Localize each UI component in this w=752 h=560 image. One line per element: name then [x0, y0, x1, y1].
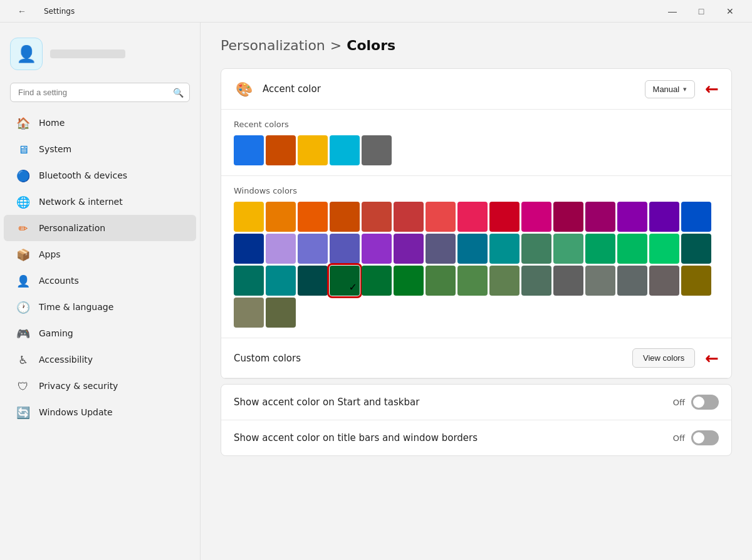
windows-color-swatch-38[interactable]: [489, 266, 520, 296]
sidebar-item-gaming[interactable]: 🎮 Gaming: [4, 320, 196, 346]
windows-color-swatch-21[interactable]: [426, 234, 456, 264]
windows-color-swatch-43[interactable]: [649, 266, 679, 296]
recent-color-swatch-1[interactable]: [266, 135, 296, 165]
windows-color-swatch-25[interactable]: [553, 234, 583, 264]
view-colors-button[interactable]: View colors: [632, 348, 695, 368]
windows-color-swatch-8[interactable]: [489, 202, 520, 232]
sidebar-item-privacy[interactable]: 🛡 Privacy & security: [4, 373, 196, 399]
sidebar-icon-accounts: 👤: [16, 274, 30, 288]
chevron-down-icon: ▾: [683, 85, 687, 93]
windows-color-swatch-44[interactable]: [681, 266, 711, 296]
minimize-button[interactable]: —: [658, 0, 687, 23]
recent-colors-label: Recent colors: [234, 120, 719, 129]
sidebar-label-home: Home: [39, 118, 65, 128]
windows-color-swatch-40[interactable]: [553, 266, 583, 296]
windows-color-swatch-37[interactable]: [457, 266, 488, 296]
windows-color-swatch-12[interactable]: [617, 202, 647, 232]
windows-color-swatch-18[interactable]: [330, 234, 360, 264]
recent-color-swatch-0[interactable]: [234, 135, 264, 165]
windows-color-swatch-42[interactable]: [617, 266, 647, 296]
windows-color-swatch-5[interactable]: [394, 202, 424, 232]
toggle-row-start-taskbar: Show accent color on Start and taskbar O…: [221, 385, 731, 420]
sidebar-label-apps: Apps: [39, 249, 61, 259]
recent-colors-section: Recent colors: [221, 110, 731, 176]
windows-color-swatch-46[interactable]: [266, 298, 296, 328]
recent-color-swatch-2[interactable]: [298, 135, 328, 165]
sidebar-item-home[interactable]: 🏠 Home: [4, 110, 196, 136]
windows-color-swatch-32[interactable]: [298, 266, 328, 296]
accent-color-icon: 🎨: [234, 79, 254, 99]
windows-color-swatch-35[interactable]: [394, 266, 424, 296]
sidebar-item-system[interactable]: 🖥 System: [4, 136, 196, 162]
sidebar-item-bluetooth[interactable]: 🔵 Bluetooth & devices: [4, 162, 196, 189]
windows-color-swatch-23[interactable]: [489, 234, 520, 264]
sidebar-icon-bluetooth: 🔵: [16, 169, 30, 182]
windows-color-swatch-19[interactable]: [362, 234, 392, 264]
windows-color-swatch-16[interactable]: [266, 234, 296, 264]
windows-color-swatch-29[interactable]: [681, 234, 711, 264]
windows-color-swatch-10[interactable]: [553, 202, 583, 232]
sidebar-item-personalization[interactable]: ✏️ Personalization: [4, 215, 196, 241]
recent-color-swatch-3[interactable]: [330, 135, 360, 165]
sidebar-label-privacy: Privacy & security: [39, 381, 118, 391]
profile-section: 👤: [0, 33, 200, 80]
windows-color-swatch-2[interactable]: [298, 202, 328, 232]
search-input[interactable]: [10, 83, 190, 102]
windows-color-swatch-41[interactable]: [585, 266, 615, 296]
windows-color-swatch-7[interactable]: [457, 202, 488, 232]
windows-color-swatch-3[interactable]: [330, 202, 360, 232]
maximize-button[interactable]: □: [687, 0, 716, 23]
windows-color-swatch-27[interactable]: [617, 234, 647, 264]
windows-color-swatch-30[interactable]: [234, 266, 264, 296]
sidebar-label-accounts: Accounts: [39, 276, 79, 286]
recent-color-swatch-4[interactable]: [362, 135, 392, 165]
sidebar-item-time[interactable]: 🕐 Time & language: [4, 294, 196, 320]
sidebar-item-network[interactable]: 🌐 Network & internet: [4, 189, 196, 215]
sidebar-icon-gaming: 🎮: [16, 326, 30, 340]
sidebar-item-accessibility[interactable]: ♿ Accessibility: [4, 346, 196, 373]
windows-colors-grid: ✓: [234, 202, 719, 328]
back-button[interactable]: ←: [8, 0, 36, 23]
windows-color-swatch-1[interactable]: [266, 202, 296, 232]
windows-color-swatch-20[interactable]: [394, 234, 424, 264]
windows-color-swatch-34[interactable]: [362, 266, 392, 296]
close-button[interactable]: ✕: [716, 0, 744, 23]
windows-color-swatch-24[interactable]: [521, 234, 551, 264]
sidebar-item-accounts[interactable]: 👤 Accounts: [4, 267, 196, 294]
sidebar-label-bluetooth: Bluetooth & devices: [39, 170, 127, 180]
sidebar-nav: 🏠 Home 🖥 System 🔵 Bluetooth & devices 🌐 …: [0, 110, 200, 425]
windows-color-swatch-45[interactable]: [234, 298, 264, 328]
accent-mode-dropdown[interactable]: Manual ▾: [645, 80, 696, 98]
windows-color-swatch-9[interactable]: [521, 202, 551, 232]
sidebar-icon-time: 🕐: [16, 300, 30, 314]
windows-color-swatch-15[interactable]: [234, 234, 264, 264]
windows-color-swatch-6[interactable]: [426, 202, 456, 232]
windows-color-swatch-4[interactable]: [362, 202, 392, 232]
windows-color-swatch-17[interactable]: [298, 234, 328, 264]
windows-colors-label: Windows colors: [234, 186, 719, 195]
sidebar-item-update[interactable]: 🔄 Windows Update: [4, 399, 196, 425]
windows-color-swatch-14[interactable]: [681, 202, 711, 232]
main-content: Personalization > Colors 🎨 Accent color …: [201, 23, 752, 560]
windows-color-swatch-31[interactable]: [266, 266, 296, 296]
windows-color-swatch-39[interactable]: [521, 266, 551, 296]
sidebar-label-network: Network & internet: [39, 197, 123, 207]
windows-color-swatch-0[interactable]: [234, 202, 264, 232]
sidebar-item-apps[interactable]: 📦 Apps: [4, 241, 196, 267]
breadcrumb: Personalization > Colors: [221, 38, 732, 53]
search-box: 🔍: [10, 83, 190, 102]
windows-color-swatch-13[interactable]: [649, 202, 679, 232]
toggle-button-start-taskbar[interactable]: [691, 395, 719, 410]
windows-color-swatch-33[interactable]: ✓: [330, 266, 360, 296]
windows-color-swatch-11[interactable]: [585, 202, 615, 232]
windows-color-swatch-26[interactable]: [585, 234, 615, 264]
windows-color-swatch-36[interactable]: [426, 266, 456, 296]
toggle-button-title-bars[interactable]: [691, 430, 719, 445]
breadcrumb-separator: >: [330, 38, 342, 53]
windows-color-swatch-22[interactable]: [457, 234, 488, 264]
card-header-left: 🎨 Accent color: [234, 79, 321, 99]
titlebar: ← Settings — □ ✕: [0, 0, 752, 23]
selected-checkmark: ✓: [349, 281, 357, 293]
windows-color-swatch-28[interactable]: [649, 234, 679, 264]
custom-colors-label: Custom colors: [234, 353, 301, 364]
